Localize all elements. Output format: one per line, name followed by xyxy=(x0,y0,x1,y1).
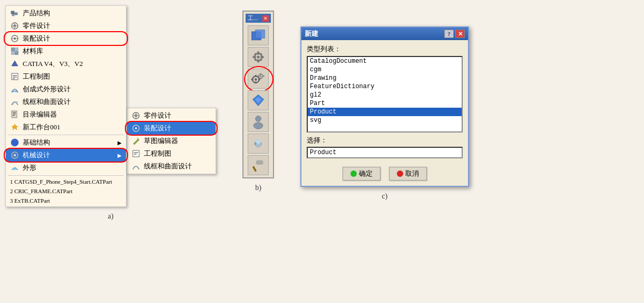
svg-rect-60 xyxy=(263,75,265,77)
menu-label-base-structure: 基础结构 xyxy=(23,138,50,147)
svg-point-50 xyxy=(255,78,257,81)
list-item-drawing[interactable]: Drawing xyxy=(308,74,462,82)
dialog-select-label: 选择： xyxy=(307,136,463,145)
menu-label-recent-2: 2 CRIC_FRAME.CATPart xyxy=(10,188,73,194)
menu-item-catalog-editor[interactable]: 目录编辑器 xyxy=(6,108,126,121)
menu-label-new-workbench: 新工作台001 xyxy=(23,122,61,132)
svg-point-56 xyxy=(260,75,261,77)
separator-1 xyxy=(8,135,124,135)
dialog-list-label: 类型列表： xyxy=(307,44,463,54)
svg-rect-41 xyxy=(257,52,259,55)
section-a: 产品结构 零件设计 装配设计 xyxy=(5,5,216,221)
svg-rect-70 xyxy=(257,160,263,164)
list-item-catalog[interactable]: CatalogDocument xyxy=(308,57,462,65)
submenu-label-sketch: 草图编辑器 xyxy=(144,136,178,146)
menu-item-wireframe[interactable]: 线框和曲面设计 xyxy=(6,96,126,108)
svg-point-63 xyxy=(256,116,261,122)
menu-label-shape: 外形 xyxy=(23,163,36,173)
menu-item-new-workbench[interactable]: 新工作台001 xyxy=(6,121,126,134)
menu-item-shape[interactable]: 外形 xyxy=(6,162,126,174)
dialog-help-button[interactable]: ? xyxy=(444,30,454,38)
arrow-mech-design: ▶ xyxy=(118,153,122,158)
menu-label-engineering-drawing: 工程制图 xyxy=(23,72,50,81)
svg-rect-43 xyxy=(253,56,256,58)
confirm-dot xyxy=(350,171,357,177)
menu-item-product-structure[interactable]: 产品结构 xyxy=(6,7,126,20)
menu-item-recent-2[interactable]: 2 CRIC_FRAME.CATPart xyxy=(6,186,126,196)
submenu-item-wire[interactable]: 线框和曲面设计 xyxy=(127,160,216,173)
sub-part-icon xyxy=(131,111,141,120)
toolbar-icon-gear-large[interactable] xyxy=(248,69,269,89)
confirm-label: 确定 xyxy=(359,169,373,178)
svg-rect-42 xyxy=(257,59,259,62)
menu-item-catia-v4[interactable]: CATIA V4、V3、V2 xyxy=(6,58,126,70)
section-b-label: b) xyxy=(255,184,261,192)
menu-item-engineering-drawing[interactable]: 工程制图 xyxy=(6,70,126,83)
list-item-cgm[interactable]: cgm xyxy=(308,65,462,74)
svg-rect-38 xyxy=(256,30,265,39)
menu-label-catia-v4: CATIA V4、V3、V2 xyxy=(23,59,83,69)
toolbar-b-titlebar: 工... ✕ xyxy=(246,14,271,23)
menu-item-recent-1[interactable]: 1 CATGSD_F_Phone_Step4_Start.CATPart xyxy=(6,177,126,186)
svg-rect-11 xyxy=(15,48,18,51)
toolbar-icon-gear-small[interactable] xyxy=(248,47,269,67)
toolbar-icon-blue-diamond[interactable] xyxy=(248,90,269,110)
svg-marker-23 xyxy=(12,124,18,130)
svg-point-24 xyxy=(11,139,18,146)
svg-rect-20 xyxy=(13,112,16,113)
list-item-gl2[interactable]: gl2 xyxy=(308,91,462,99)
menu-label-part-design: 零件设计 xyxy=(23,21,50,31)
toolbar-b: 工... ✕ xyxy=(242,11,274,178)
dialog-close-button[interactable]: ✕ xyxy=(455,30,465,38)
menu-label-catalog-editor: 目录编辑器 xyxy=(23,110,57,119)
assembly-design-icon xyxy=(10,34,19,43)
menu-item-shape-design[interactable]: 创成式外形设计 xyxy=(6,83,126,96)
svg-rect-69 xyxy=(252,166,257,172)
list-item-part[interactable]: Part xyxy=(308,99,462,108)
submenu-item-sketch[interactable]: 草图编辑器 xyxy=(127,135,216,147)
toolbar-icon-hammer[interactable] xyxy=(248,155,269,175)
toolbar-icon-blue-square[interactable] xyxy=(248,25,269,45)
menu-item-material-lib[interactable]: 材料库 xyxy=(6,45,126,58)
menu-label-mech-design: 机械设计 xyxy=(23,150,50,160)
dialog-select-input[interactable]: Product xyxy=(307,147,463,158)
menu-item-recent-3[interactable]: 3 ExTB.CATPart xyxy=(6,196,126,205)
submenu-item-eng[interactable]: 工程制图 xyxy=(127,147,216,160)
submenu-label-wire: 线框和曲面设计 xyxy=(144,162,192,171)
svg-marker-14 xyxy=(12,61,18,66)
menu-main-panel: 产品结构 零件设计 装配设计 xyxy=(5,5,126,207)
toolbar-icon-person[interactable] xyxy=(248,112,269,132)
menu-item-mech-design[interactable]: 机械设计 ▶ xyxy=(6,149,126,162)
dialog-confirm-button[interactable]: 确定 xyxy=(343,167,380,181)
mech-design-icon xyxy=(10,150,19,160)
toolbar-b-close[interactable]: ✕ xyxy=(262,15,269,22)
svg-rect-59 xyxy=(258,75,259,77)
svg-point-32 xyxy=(135,127,137,129)
menu-label-recent-3: 3 ExTB.CATPart xyxy=(10,197,50,204)
section-b: 工... ✕ xyxy=(242,11,274,192)
submenu-item-assembly[interactable]: 装配设计 xyxy=(127,122,216,135)
toolbar-icon-box3d[interactable] xyxy=(248,134,269,154)
toolbar-b-title: 工... xyxy=(248,14,258,22)
sub-wire-icon xyxy=(131,162,141,171)
list-item-svg[interactable]: svg xyxy=(308,116,462,125)
menu-label-assembly-design: 装配设计 xyxy=(23,34,50,43)
submenu-label-eng: 工程制图 xyxy=(144,149,171,158)
svg-point-40 xyxy=(257,55,259,58)
list-item-featuredict[interactable]: FeatureDictionary xyxy=(308,82,462,91)
dialog-cancel-button[interactable]: 取消 xyxy=(389,167,427,181)
menu-item-base-structure[interactable]: 基础结构 ▶ xyxy=(6,136,126,149)
svg-point-26 xyxy=(14,154,16,157)
svg-rect-58 xyxy=(260,78,261,79)
svg-rect-53 xyxy=(251,79,253,80)
dialog-listbox[interactable]: CatalogDocument cgm Drawing FeatureDicti… xyxy=(307,56,463,132)
submenu-item-part[interactable]: 零件设计 xyxy=(127,109,216,122)
list-item-product[interactable]: Product xyxy=(308,108,462,116)
menu-item-assembly-design[interactable]: 装配设计 xyxy=(6,32,126,45)
arrow-base-structure: ▶ xyxy=(118,140,122,146)
menu-item-part-design[interactable]: 零件设计 xyxy=(6,20,126,32)
menu-label-material-lib: 材料库 xyxy=(23,46,43,56)
section-c-label: c) xyxy=(382,192,388,201)
menu-label-shape-design: 创成式外形设计 xyxy=(23,84,71,94)
shape-icon xyxy=(10,163,19,173)
